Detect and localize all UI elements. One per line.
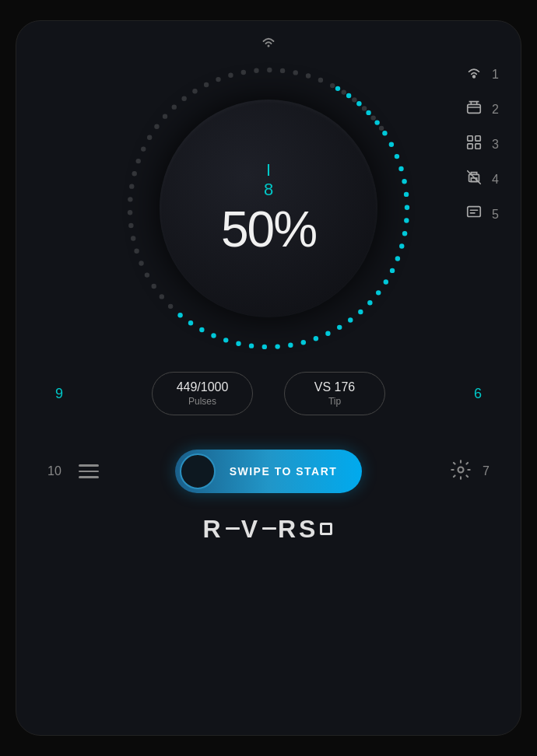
grid-icon — [464, 134, 484, 155]
sidebar-num-3: 3 — [492, 138, 499, 152]
gear-num: 7 — [483, 464, 490, 478]
tip-label: Tip — [328, 396, 341, 407]
right-sidebar: 1 2 — [464, 64, 499, 225]
message-icon — [464, 204, 484, 225]
info-left-num: 9 — [55, 386, 63, 402]
info-row: 9 449/1000 Pulses VS 176 Tip 6 — [16, 372, 521, 415]
sidebar-item-1[interactable]: 1 — [464, 64, 499, 85]
bottom-action-area: 10 SWIPE TO START 7 — [16, 431, 521, 512]
knob-label-8: 8 — [264, 180, 273, 200]
sidebar-num-1: 1 — [492, 68, 499, 82]
svg-point-16 — [458, 467, 464, 473]
logo-v: V — [241, 515, 261, 544]
svg-rect-1 — [468, 104, 481, 113]
svg-rect-6 — [468, 136, 472, 141]
swipe-to-start-button[interactable]: SWIPE TO START — [175, 450, 362, 493]
sidebar-num-5: 5 — [492, 208, 499, 222]
logo-r: R — [203, 515, 224, 544]
menu-line-1 — [79, 464, 99, 467]
knob-container[interactable]: | 8 50% — [121, 61, 416, 356]
pulses-value: 449/1000 — [177, 380, 229, 394]
sidebar-item-2[interactable]: 2 — [464, 99, 499, 120]
svg-rect-8 — [468, 144, 472, 149]
top-area — [16, 21, 521, 53]
knob-tick: | — [267, 163, 270, 177]
menu-line-2 — [79, 471, 99, 473]
printer-off-icon — [464, 169, 484, 190]
info-right-num: 6 — [474, 386, 482, 402]
logo-area: R V RS — [203, 515, 335, 544]
pulses-label: Pulses — [188, 396, 216, 407]
knob-inner: | 8 50% — [160, 100, 377, 317]
logo-dash-2 — [262, 527, 276, 530]
sidebar-item-3[interactable]: 3 — [464, 134, 499, 155]
pulses-pill[interactable]: 449/1000 Pulses — [152, 372, 253, 415]
svg-rect-7 — [476, 136, 480, 141]
device-icon — [464, 99, 484, 120]
sidebar-item-5[interactable]: 5 — [464, 204, 499, 225]
tip-pill[interactable]: VS 176 Tip — [284, 372, 385, 415]
swipe-circle — [180, 453, 216, 489]
logo-o — [320, 523, 332, 535]
wifi-icon — [464, 64, 484, 85]
tip-value: VS 176 — [314, 380, 355, 394]
sidebar-num-2: 2 — [492, 103, 499, 117]
logo-rs: RS — [278, 515, 318, 544]
swipe-text: SWIPE TO START — [216, 465, 351, 478]
settings-button[interactable] — [450, 459, 472, 484]
sidebar-item-4[interactable]: 4 — [464, 169, 499, 190]
knob-percent: 50% — [221, 205, 316, 254]
sidebar-num-4: 4 — [492, 173, 499, 187]
svg-point-0 — [473, 75, 476, 78]
top-signal-icon — [259, 35, 278, 53]
menu-num: 10 — [47, 464, 61, 478]
logo-dash-1 — [226, 527, 240, 530]
svg-rect-9 — [476, 144, 480, 149]
hamburger-menu[interactable] — [79, 464, 99, 478]
device-frame: 1 2 — [16, 20, 521, 736]
menu-line-3 — [79, 476, 99, 478]
svg-rect-13 — [468, 207, 481, 217]
